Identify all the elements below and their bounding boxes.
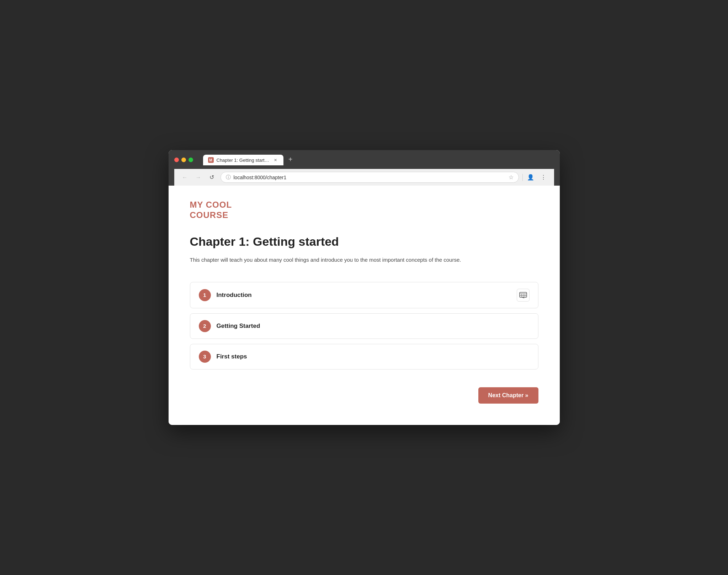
lesson-title-2: Getting Started [217, 323, 530, 330]
tab-favicon: M [208, 157, 214, 163]
lesson-slides-icon [517, 289, 530, 302]
back-button[interactable]: ← [180, 172, 190, 182]
lesson-number-2: 2 [199, 320, 211, 332]
lesson-item[interactable]: 1 Introduction [190, 282, 538, 308]
user-icon[interactable]: 👤 [526, 172, 536, 182]
browser-controls: M Chapter 1: Getting started · My ✕ + [174, 154, 554, 165]
traffic-lights [174, 158, 193, 162]
lesson-item[interactable]: 3 First steps [190, 344, 538, 369]
menu-icon[interactable]: ⋮ [538, 172, 548, 182]
minimize-traffic-light[interactable] [181, 158, 186, 162]
lesson-title-1: Introduction [217, 292, 511, 299]
toolbar-divider [522, 174, 523, 181]
page-content: MY COOL COURSE Chapter 1: Getting starte… [169, 186, 560, 425]
chapter-description: This chapter will teach you about many c… [190, 256, 492, 264]
button-row: Next Chapter » [190, 387, 538, 404]
address-bar[interactable]: ⓘ localhost:8000/chapter1 ☆ [220, 172, 519, 183]
lesson-title-3: First steps [217, 353, 530, 360]
logo-line1: MY COOL [190, 200, 538, 210]
site-logo: MY COOL COURSE [190, 200, 538, 220]
new-tab-button[interactable]: + [286, 154, 296, 164]
tab-title: Chapter 1: Getting started · My [217, 158, 270, 163]
next-chapter-button[interactable]: Next Chapter » [478, 387, 538, 404]
close-traffic-light[interactable] [174, 158, 179, 162]
browser-titlebar: M Chapter 1: Getting started · My ✕ + ← … [169, 150, 560, 186]
browser-window: M Chapter 1: Getting started · My ✕ + ← … [169, 150, 560, 425]
browser-toolbar: ← → ↺ ⓘ localhost:8000/chapter1 ☆ 👤 ⋮ [174, 169, 554, 186]
info-icon: ⓘ [226, 174, 231, 181]
tab-bar: M Chapter 1: Getting started · My ✕ + [203, 154, 296, 165]
chapter-title: Chapter 1: Getting started [190, 235, 538, 249]
tab-close-button[interactable]: ✕ [273, 157, 278, 163]
url-text: localhost:8000/chapter1 [234, 175, 506, 180]
lessons-list: 1 Introduction 2 Getting Start [190, 282, 538, 369]
lesson-number-1: 1 [199, 289, 211, 301]
lesson-item[interactable]: 2 Getting Started [190, 313, 538, 339]
maximize-traffic-light[interactable] [188, 158, 193, 162]
reload-button[interactable]: ↺ [207, 172, 217, 182]
bookmark-icon[interactable]: ☆ [509, 174, 514, 181]
lesson-number-3: 3 [199, 351, 211, 363]
active-tab[interactable]: M Chapter 1: Getting started · My ✕ [203, 155, 283, 165]
forward-button[interactable]: → [193, 172, 203, 182]
logo-line2: COURSE [190, 210, 538, 220]
toolbar-right: 👤 ⋮ [522, 172, 548, 182]
